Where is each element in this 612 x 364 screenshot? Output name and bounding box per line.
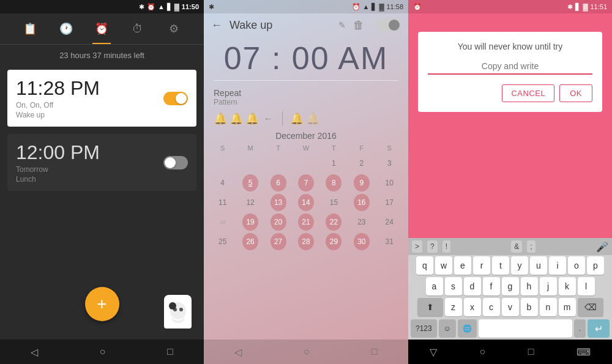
cal-day-4[interactable]: 4 xyxy=(215,174,231,191)
key-x[interactable]: x xyxy=(464,298,481,316)
alarm-card-2[interactable]: 12:00 PM Tomorrow Lunch xyxy=(7,134,196,191)
enter-key[interactable]: ↵ xyxy=(588,319,610,338)
p3-back-nav-icon[interactable]: ▽ xyxy=(430,346,437,358)
key-n[interactable]: n xyxy=(540,298,557,316)
key-o[interactable]: o xyxy=(568,256,585,275)
cal-day-31[interactable]: 31 xyxy=(381,233,397,250)
cal-day-1[interactable]: 1 xyxy=(326,155,341,172)
cal-day-17[interactable]: 17 xyxy=(381,194,397,211)
key-c[interactable]: c xyxy=(483,298,500,316)
back-button[interactable]: ← xyxy=(211,19,222,32)
cal-day-8[interactable]: 8 xyxy=(326,174,341,191)
globe-key[interactable]: 🌐 xyxy=(458,319,477,338)
tab-alarm[interactable]: ⏰ xyxy=(92,20,111,38)
key-semicolon[interactable]: ; xyxy=(527,240,535,253)
cal-day-10[interactable]: 10 xyxy=(381,174,397,191)
cal-day-26[interactable]: 26 xyxy=(242,233,258,250)
key-i[interactable]: i xyxy=(549,256,566,275)
p2-recents-nav-icon[interactable]: □ xyxy=(371,346,378,357)
bell-2-icon[interactable]: 🔔 xyxy=(230,112,243,125)
key-t[interactable]: t xyxy=(492,256,509,275)
cal-day-19[interactable]: 19 xyxy=(242,214,258,231)
bell-3-icon[interactable]: 🔔 xyxy=(245,112,259,125)
back-nav-icon[interactable]: ◁ xyxy=(31,346,38,358)
add-alarm-button[interactable]: + xyxy=(85,287,119,321)
key-h[interactable]: h xyxy=(521,277,538,295)
shift-key[interactable]: ⬆ xyxy=(417,298,443,316)
key-gt[interactable]: > xyxy=(412,240,422,253)
key-u[interactable]: u xyxy=(530,256,547,275)
key-e[interactable]: e xyxy=(454,256,471,275)
period-key[interactable]: . xyxy=(574,319,586,338)
key-w[interactable]: w xyxy=(435,256,452,275)
ok-button[interactable]: OK xyxy=(559,84,592,102)
space-key[interactable] xyxy=(479,319,572,338)
tab-clock[interactable]: 🕐 xyxy=(57,20,75,38)
cal-day-30[interactable]: 30 xyxy=(354,233,370,250)
cal-day-23[interactable]: 23 xyxy=(354,214,370,231)
cal-day-29[interactable]: 29 xyxy=(326,233,341,250)
alarm-toggle-2[interactable] xyxy=(163,156,188,169)
cal-day-14[interactable]: 14 xyxy=(298,194,314,211)
key-amp[interactable]: & xyxy=(511,240,522,253)
key-k[interactable]: k xyxy=(559,277,576,295)
cal-day-6[interactable]: 6 xyxy=(271,174,286,191)
home-nav-icon[interactable]: ○ xyxy=(100,346,106,357)
p3-recents-nav-icon[interactable]: □ xyxy=(528,346,534,357)
key-question[interactable]: ? xyxy=(427,240,438,253)
key-q[interactable]: q xyxy=(416,256,433,275)
cal-day-24[interactable]: 24 xyxy=(381,214,397,231)
p2-back-nav-icon[interactable]: ◁ xyxy=(234,346,242,358)
key-z[interactable]: z xyxy=(445,298,462,316)
cal-day-11[interactable]: 11 xyxy=(215,194,231,211)
alarm-enabled-toggle[interactable] xyxy=(376,18,401,32)
cal-day-21[interactable]: 21 xyxy=(298,214,314,231)
emoji-key[interactable]: ☺ xyxy=(439,319,456,338)
key-j[interactable]: j xyxy=(540,277,557,295)
cal-day-16[interactable]: 16 xyxy=(354,194,370,211)
key-s[interactable]: s xyxy=(445,277,462,295)
mic-icon[interactable]: 🎤 xyxy=(596,241,608,253)
cal-day-13[interactable]: 13 xyxy=(271,194,286,211)
cal-day-22[interactable]: 22 xyxy=(326,214,341,231)
bell-4-icon[interactable]: 🔔 xyxy=(290,112,304,125)
key-b[interactable]: b xyxy=(521,298,538,316)
cancel-button[interactable]: CANCEL xyxy=(502,84,554,102)
key-v[interactable]: v xyxy=(502,298,519,316)
tab-timer[interactable]: ⏱ xyxy=(129,20,147,38)
recents-nav-icon[interactable]: □ xyxy=(167,346,173,357)
cal-day-25[interactable]: 25 xyxy=(215,233,231,250)
cal-day-9[interactable]: 9 xyxy=(354,174,370,191)
dialog-input-field[interactable] xyxy=(428,59,592,75)
cal-day-28[interactable]: 28 xyxy=(298,233,314,250)
backspace-key[interactable]: ⌫ xyxy=(578,298,603,316)
bell-5-icon[interactable]: 🔔 xyxy=(306,112,319,125)
key-p[interactable]: p xyxy=(587,256,604,275)
key-a[interactable]: a xyxy=(426,277,443,295)
edit-title-icon[interactable]: ✎ xyxy=(338,20,346,30)
key-f[interactable]: f xyxy=(483,277,500,295)
delete-alarm-icon[interactable]: 🗑 xyxy=(353,19,364,32)
cal-day-18[interactable]: 18 xyxy=(215,214,231,231)
key-d[interactable]: d xyxy=(464,277,481,295)
key-g[interactable]: g xyxy=(502,277,519,295)
bell-1-icon[interactable]: 🔔 xyxy=(214,112,227,125)
alarm-toggle-1[interactable] xyxy=(163,92,188,105)
num-key[interactable]: ?123 xyxy=(411,319,437,338)
key-exclaim[interactable]: ! xyxy=(442,240,450,253)
p3-home-nav-icon[interactable]: ○ xyxy=(479,346,485,357)
tab-clipboard[interactable]: 📋 xyxy=(21,20,39,38)
arrow-left-icon[interactable]: ← xyxy=(264,114,272,124)
tab-settings[interactable]: ⚙ xyxy=(165,20,183,38)
cal-day-7[interactable]: 7 xyxy=(298,174,314,191)
key-y[interactable]: y xyxy=(511,256,528,275)
p2-home-nav-icon[interactable]: ○ xyxy=(304,346,310,357)
cal-day-27[interactable]: 27 xyxy=(271,233,286,250)
alarm-card-1[interactable]: 11:28 PM On, On, Off Wake up xyxy=(7,70,196,127)
key-m[interactable]: m xyxy=(559,298,576,316)
cal-day-5[interactable]: 5 xyxy=(242,174,258,191)
cal-day-15[interactable]: 15 xyxy=(326,194,341,211)
cal-day-3[interactable]: 3 xyxy=(381,155,397,172)
p3-keyboard-nav-icon[interactable]: ⌨ xyxy=(577,346,591,358)
key-r[interactable]: r xyxy=(473,256,490,275)
